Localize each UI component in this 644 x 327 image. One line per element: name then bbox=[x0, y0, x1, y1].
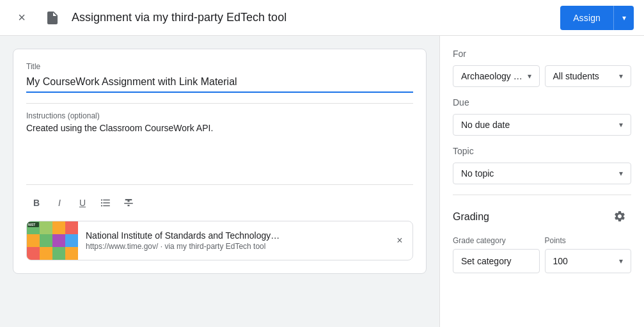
grading-title: Grading bbox=[453, 211, 489, 223]
svg-rect-7 bbox=[52, 234, 65, 247]
due-date-select[interactable]: No due date ▾ bbox=[453, 114, 631, 136]
attachment-thumbnail: NIST bbox=[27, 221, 78, 260]
strikethrough-button[interactable] bbox=[118, 193, 139, 213]
svg-rect-12 bbox=[65, 247, 78, 260]
due-date-value: No due date bbox=[461, 120, 510, 130]
due-chevron: ▾ bbox=[619, 120, 623, 129]
svg-rect-11 bbox=[52, 247, 65, 260]
grading-row: Grade category Set category Points 100 ▾ bbox=[453, 236, 631, 273]
class-select[interactable]: Archaeology … ▾ bbox=[453, 65, 540, 87]
points-col: Points 100 ▾ bbox=[545, 236, 632, 273]
right-panel: For Archaeology … ▾ All students ▾ Due N… bbox=[439, 36, 644, 327]
map-visual: NIST bbox=[27, 221, 78, 260]
grading-divider bbox=[453, 195, 631, 195]
due-label: Due bbox=[453, 97, 631, 108]
instructions-field-group: Instructions (optional) Created using th… bbox=[26, 111, 413, 174]
list-button[interactable] bbox=[95, 193, 116, 213]
gear-icon bbox=[613, 210, 626, 225]
svg-rect-3 bbox=[52, 221, 65, 234]
svg-rect-8 bbox=[65, 234, 78, 247]
for-label: For bbox=[453, 49, 631, 59]
assign-button[interactable]: Assign bbox=[560, 6, 613, 30]
svg-rect-2 bbox=[40, 221, 52, 234]
title-label: Title bbox=[26, 62, 413, 71]
page-title: Assignment via my third-party EdTech too… bbox=[72, 11, 553, 24]
svg-rect-9 bbox=[27, 247, 40, 260]
students-value: All students bbox=[553, 71, 599, 81]
close-icon: × bbox=[18, 10, 26, 25]
attachment-card: NIST National Institute of Standards and… bbox=[26, 221, 413, 260]
topic-select[interactable]: No topic ▾ bbox=[453, 163, 631, 184]
assign-dropdown-button[interactable]: ▾ bbox=[613, 6, 634, 30]
attachment-title: National Institute of Standards and Tech… bbox=[86, 230, 379, 241]
attachment-remove-button[interactable]: × bbox=[387, 221, 412, 260]
assign-dropdown-icon: ▾ bbox=[622, 13, 626, 22]
svg-rect-10 bbox=[40, 247, 52, 260]
grading-header: Grading bbox=[453, 205, 631, 228]
points-value: 100 bbox=[553, 256, 568, 266]
svg-rect-4 bbox=[65, 221, 78, 234]
underline-button[interactable]: U bbox=[72, 193, 93, 213]
title-input[interactable] bbox=[26, 74, 413, 93]
bold-button[interactable]: B bbox=[26, 193, 47, 213]
main-content: Title Instructions (optional) Created us… bbox=[0, 36, 644, 327]
students-select[interactable]: All students ▾ bbox=[545, 65, 632, 87]
class-value: Archaeology … bbox=[461, 71, 522, 81]
topic-chevron: ▾ bbox=[619, 169, 623, 178]
set-category-button[interactable]: Set category bbox=[453, 249, 540, 273]
svg-rect-6 bbox=[40, 234, 52, 247]
remove-icon: × bbox=[397, 235, 402, 246]
grade-category-label: Grade category bbox=[453, 236, 540, 245]
points-label: Points bbox=[545, 236, 632, 245]
doc-icon bbox=[41, 6, 64, 29]
formatting-toolbar: B I U bbox=[26, 193, 413, 213]
toolbar-divider bbox=[26, 184, 413, 185]
grading-settings-button[interactable] bbox=[608, 205, 631, 228]
svg-text:NIST: NIST bbox=[28, 223, 35, 227]
class-chevron: ▾ bbox=[528, 72, 531, 81]
instructions-label: Instructions (optional) bbox=[26, 111, 413, 120]
topic-value: No topic bbox=[461, 168, 494, 179]
assign-btn-group: Assign ▾ bbox=[560, 6, 634, 30]
attachment-info: National Institute of Standards and Tech… bbox=[78, 225, 387, 256]
assignment-card: Title Instructions (optional) Created us… bbox=[13, 49, 427, 274]
for-row: Archaeology … ▾ All students ▾ bbox=[453, 65, 631, 87]
title-divider bbox=[26, 103, 413, 104]
title-field-group: Title bbox=[26, 62, 413, 93]
svg-rect-5 bbox=[27, 234, 40, 247]
instructions-input[interactable]: Created using the Classroom CourseWork A… bbox=[26, 123, 413, 174]
italic-button[interactable]: I bbox=[49, 193, 70, 213]
topic-label: Topic bbox=[453, 146, 631, 156]
points-select[interactable]: 100 ▾ bbox=[545, 249, 632, 273]
close-button[interactable]: × bbox=[10, 6, 33, 29]
points-chevron: ▾ bbox=[619, 257, 623, 266]
attachment-url: https://www.time.gov/ · via my third-par… bbox=[86, 242, 379, 251]
grade-category-col: Grade category Set category bbox=[453, 236, 540, 273]
left-panel: Title Instructions (optional) Created us… bbox=[0, 36, 439, 327]
top-bar: × Assignment via my third-party EdTech t… bbox=[0, 0, 644, 36]
students-chevron: ▾ bbox=[619, 72, 623, 81]
